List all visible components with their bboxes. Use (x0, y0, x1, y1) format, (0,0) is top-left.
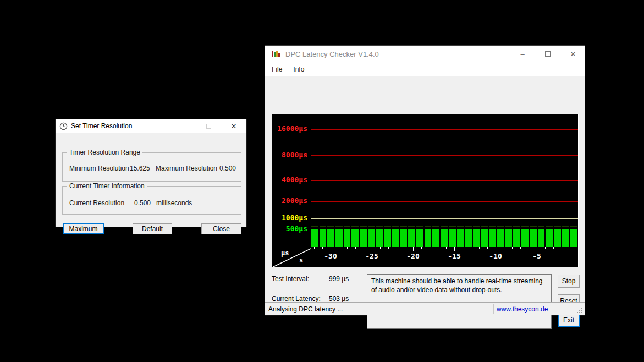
latency-bar (344, 229, 351, 247)
timer-client-area: Timer Resolution Range Minimum Resolutio… (56, 133, 246, 227)
max-resolution-value: 0.500 (219, 164, 236, 172)
latency-bar (327, 229, 334, 247)
bar-max-marker (513, 226, 520, 227)
bar-max-marker (465, 226, 472, 227)
x-axis-tick (520, 247, 521, 249)
latency-bar (320, 229, 327, 247)
x-axis-tick (438, 247, 438, 249)
maximize-icon (200, 119, 217, 133)
bar-max-marker (376, 226, 383, 227)
latency-bar (351, 229, 359, 247)
timer-titlebar[interactable]: Set Timer Resolution – ✕ (56, 119, 246, 133)
current-resolution-label: Current Resolution (69, 199, 124, 207)
current-resolution-unit: milliseconds (156, 199, 192, 207)
axis-corner-diagonal (272, 247, 311, 267)
bar-max-marker (327, 226, 334, 227)
latency-bar (408, 229, 415, 247)
bar-max-marker (497, 226, 504, 227)
current-timer-information-group: Current Timer Information Current Resolu… (62, 186, 241, 215)
test-interval-label: Test Interval: (272, 275, 309, 283)
default-button[interactable]: Default (133, 223, 172, 234)
bar-max-marker (521, 226, 529, 227)
timer-resolution-range-group: Timer Resolution Range Minimum Resolutio… (62, 152, 241, 182)
x-axis-tick (430, 247, 430, 249)
bar-max-marker (416, 226, 423, 227)
bar-max-marker (335, 226, 343, 227)
x-axis-tick (380, 247, 381, 249)
x-axis-tick (479, 247, 480, 249)
min-resolution-label: Minimum Resolution (69, 164, 129, 172)
minimize-icon[interactable]: – (514, 47, 531, 61)
grid-line-4000 (311, 180, 578, 181)
stop-button[interactable]: Stop (558, 275, 580, 288)
maximize-icon[interactable] (539, 47, 557, 61)
current-latency-value: 503 µs (329, 295, 349, 303)
latency-bar (449, 229, 456, 247)
bar-max-marker (384, 226, 391, 227)
bar-max-marker (320, 226, 327, 227)
x-tick-label: -20 (406, 252, 419, 260)
latency-bar (416, 229, 423, 247)
bar-max-marker (408, 226, 415, 227)
test-interval-value: 999 µs (329, 275, 349, 283)
menu-info[interactable]: Info (288, 62, 310, 76)
latency-bar (376, 229, 383, 247)
x-axis-tick (347, 247, 348, 249)
dpc-titlebar[interactable]: DPC Latency Checker V1.4.0 – ✕ (265, 46, 585, 62)
x-axis-tick (504, 247, 504, 249)
bar-max-marker (530, 226, 537, 227)
x-axis-tick (454, 247, 455, 251)
menu-file[interactable]: File (266, 62, 288, 76)
x-tick-label: -10 (489, 252, 502, 260)
menu-bar: File Info (265, 62, 585, 76)
x-tick-label: -5 (532, 252, 541, 260)
latency-bar (432, 229, 439, 247)
resize-grip[interactable] (577, 308, 584, 314)
latency-bar (546, 229, 553, 247)
minimize-icon[interactable]: – (174, 119, 192, 133)
grid-line-16000 (311, 129, 578, 130)
x-axis-tick (545, 247, 546, 249)
dpc-latency-checker-window: DPC Latency Checker V1.4.0 – ✕ File Info… (265, 45, 585, 316)
close-button[interactable]: Close (201, 223, 241, 234)
x-unit-label: s (299, 256, 303, 264)
latency-bar (384, 229, 391, 247)
grid-line-8000 (311, 155, 578, 156)
bar-max-marker (400, 226, 408, 227)
x-axis-tick (388, 247, 389, 249)
x-axis-tick (364, 247, 364, 249)
grid-line-2000 (311, 201, 578, 202)
dpc-client-area: µs s 500µs1000µs2000µs4000µs8000µs16000µ… (265, 76, 585, 315)
latency-bar (562, 229, 569, 247)
x-axis-tick (570, 247, 570, 249)
latency-bar (392, 229, 399, 247)
latency-bar (481, 229, 488, 247)
latency-bar (473, 229, 480, 247)
bar-max-marker (368, 226, 375, 227)
x-axis-tick (463, 247, 463, 249)
maximum-button[interactable]: Maximum (63, 223, 104, 234)
x-axis-tick (553, 247, 554, 249)
close-icon[interactable]: ✕ (225, 119, 243, 133)
clock-icon (59, 122, 68, 130)
latency-bar (335, 229, 343, 247)
x-axis-tick (496, 247, 496, 251)
latency-bar (311, 229, 318, 247)
latency-bar (570, 229, 577, 247)
x-axis-tick (529, 247, 529, 249)
latency-bar (554, 229, 561, 247)
x-axis-tick (537, 247, 537, 251)
x-axis-tick (405, 247, 405, 249)
x-axis-tick (314, 247, 315, 249)
x-axis-tick (372, 247, 372, 251)
x-axis-tick (446, 247, 447, 249)
bar-max-marker (351, 226, 359, 227)
bar-max-marker (311, 226, 318, 227)
x-tick-label: -25 (365, 252, 378, 260)
bar-max-marker (441, 226, 448, 227)
bar-max-marker (481, 226, 488, 227)
thesycon-link[interactable]: www.thesycon.de (497, 305, 548, 313)
close-icon[interactable]: ✕ (564, 47, 582, 61)
absolute-maximum-value: 509 µs (329, 315, 349, 322)
bar-max-marker (425, 226, 432, 227)
